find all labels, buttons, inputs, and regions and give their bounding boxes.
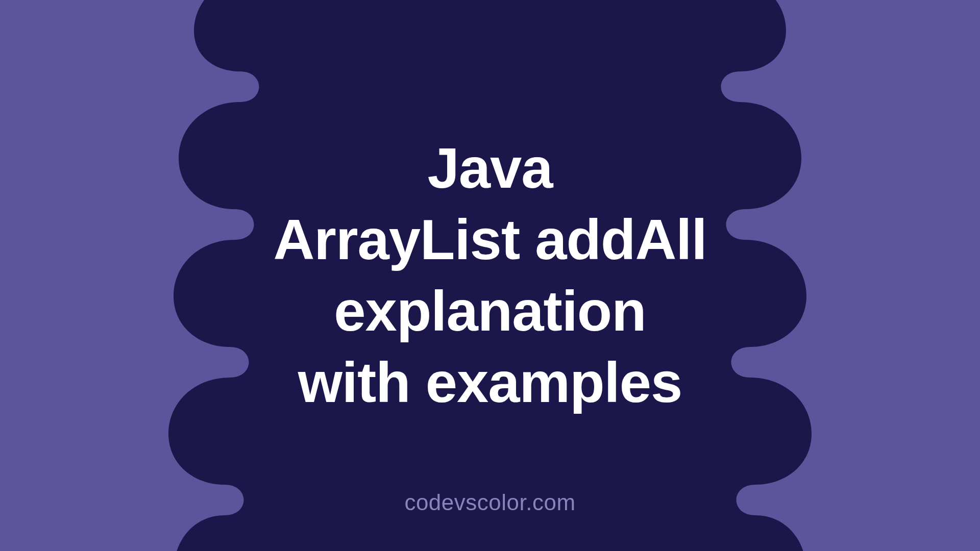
title-line-3: explanation — [273, 276, 706, 347]
hero-content: Java ArrayList addAll explanation with e… — [0, 0, 980, 551]
title-line-1: Java — [273, 133, 706, 204]
site-watermark: codevscolor.com — [0, 490, 980, 515]
title-line-4: with examples — [273, 347, 706, 418]
title-line-2: ArrayList addAll — [273, 204, 706, 276]
hero-title: Java ArrayList addAll explanation with e… — [273, 133, 706, 418]
